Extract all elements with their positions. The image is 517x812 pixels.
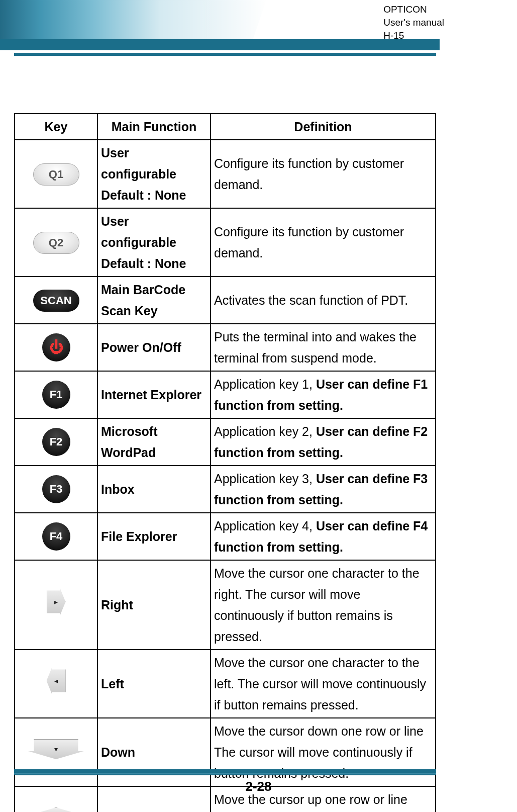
key-icon: Q1 [33,163,79,186]
definition-text: Puts the terminal into and wakes the ter… [214,330,417,365]
function-line: WordPad [101,442,207,463]
divider-top [14,53,436,56]
definition-text: Configure its function by [214,156,352,170]
key-cell: F3 [15,466,97,513]
function-line: Left [101,673,207,694]
key-icon: F2 [42,428,70,456]
header-model: H-15 [383,29,444,42]
definition-cell: Move the cursor down one row or line The… [211,718,436,786]
function-line: Main BarCode [101,279,207,300]
header-banner-graphic [0,0,266,39]
definition-text: Application key 1, [214,377,316,391]
function-cell: User configurableDefault : None [97,140,211,208]
function-line: Inbox [101,479,207,500]
function-line: Internet Explorer [101,384,207,405]
divider-bottom [14,769,436,775]
page-header: OPTICON User's manual H-15 [0,0,517,50]
key-icon: F1 [42,381,70,409]
function-cell: Right [97,560,211,650]
header-text-block: OPTICON User's manual H-15 [383,3,444,42]
header-strip [0,39,440,50]
header-brand: OPTICON [383,3,444,16]
function-cell: File Explorer [97,513,211,560]
key-icon: SCAN [33,290,79,312]
function-cell: Inbox [97,466,211,513]
key-icon [29,807,84,812]
key-cell: F2 [15,418,97,466]
definition-cell: Configure its function by customer deman… [211,208,436,277]
definition-cell: Configure its function by customer deman… [211,140,436,208]
definition-text: Application key 4, [214,519,316,533]
col-header-function: Main Function [97,114,211,140]
table-row: DownMove the cursor down one row or line… [15,718,436,786]
key-cell: Q1 [15,140,97,208]
function-cell: User configurableDefault : None [97,208,211,277]
table-row: F1Internet ExplorerApplication key 1, Us… [15,371,436,418]
table-row: ⏻Power On/OffPuts the terminal into and … [15,324,436,371]
definition-cell: Application key 4, User can define F4 fu… [211,513,436,560]
header-title: User's manual [383,16,444,29]
table-row: SCANMain BarCodeScan KeyActivates the sc… [15,277,436,324]
key-cell [15,560,97,650]
function-cell: Down [97,718,211,786]
table-row: Q1User configurableDefault : NoneConfigu… [15,140,436,208]
definition-text: Configure its function by [214,225,352,239]
key-icon [47,588,66,616]
function-line: Microsoft [101,421,207,442]
col-header-definition: Definition [211,114,436,140]
definition-text: Application key 3, [214,472,316,486]
function-line: File Explorer [101,526,207,547]
definition-cell: Application key 3, User can define F3 fu… [211,466,436,513]
definition-text: . [259,246,263,260]
definition-cell: Move the cursor one character to the rig… [211,560,436,650]
key-icon: F3 [42,475,70,503]
definition-text: . [259,177,263,192]
function-line: Down [101,742,207,763]
function-line: Right [101,594,207,615]
table-row: F4File ExplorerApplication key 4, User c… [15,513,436,560]
table-row: F2MicrosoftWordPadApplication key 2, Use… [15,418,436,466]
definition-text: Move the cursor one character to the lef… [214,656,426,712]
definition-text: Activates the scan function of PDT. [214,293,408,307]
key-cell: F1 [15,371,97,418]
definition-cell: Move the cursor one character to the lef… [211,650,436,718]
definition-text: Move the cursor one character to the rig… [214,566,420,644]
function-line: Default : None [101,185,207,206]
key-icon [47,667,66,695]
key-icon: Q2 [33,232,79,254]
function-cell: Internet Explorer [97,371,211,418]
definition-cell: Application key 1, User can define F1 fu… [211,371,436,418]
function-cell: MicrosoftWordPad [97,418,211,466]
key-cell: Q2 [15,208,97,277]
key-cell: F4 [15,513,97,560]
table-row: RightMove the cursor one character to th… [15,560,436,650]
function-line: Power On/Off [101,337,207,358]
table-header-row: Key Main Function Definition [15,114,436,140]
key-icon [29,739,84,759]
definition-cell: Activates the scan function of PDT. [211,277,436,324]
key-icon: F4 [42,522,70,551]
key-function-table: Key Main Function Definition Q1User conf… [14,113,436,812]
key-cell: SCAN [15,277,97,324]
key-cell [15,650,97,718]
table-row: LeftMove the cursor one character to the… [15,650,436,718]
function-line: User configurable [101,211,207,253]
key-cell: ⏻ [15,324,97,371]
function-line: User configurable [101,142,207,185]
definition-text: Move the cursor up one row or line The c… [214,792,412,812]
key-cell [15,718,97,786]
function-line: Default : None [101,253,207,274]
definition-text: Application key 2, [214,424,316,438]
table-row: Q2User configurableDefault : NoneConfigu… [15,208,436,277]
page-number: 2-28 [0,779,517,794]
definition-cell: Puts the terminal into and wakes the ter… [211,324,436,371]
definition-cell: Application key 2, User can define F2 fu… [211,418,436,466]
function-cell: Left [97,650,211,718]
function-cell: Power On/Off [97,324,211,371]
col-header-key: Key [15,114,97,140]
function-line: Scan Key [101,300,207,321]
table-row: F3InboxApplication key 3, User can defin… [15,466,436,513]
function-cell: Main BarCodeScan Key [97,277,211,324]
function-line: Up [101,810,207,812]
key-icon: ⏻ [42,333,70,362]
